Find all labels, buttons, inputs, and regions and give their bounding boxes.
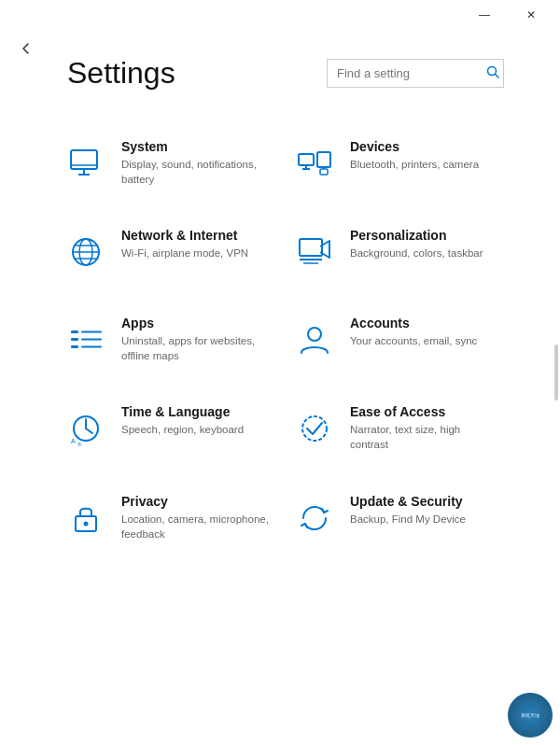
time-text: Time & Language Speech, region, keyboard (121, 404, 270, 437)
accounts-text: Accounts Your accounts, email, sync (350, 316, 498, 348)
titlebar: — ✕ (0, 0, 560, 30)
search-box[interactable] (327, 59, 504, 88)
apps-text: Apps Uninstall, apps for websites, offli… (121, 316, 270, 363)
devices-desc: Bluetooth, printers, camera (350, 157, 498, 172)
privacy-desc: Location, camera, microphone, feedback (121, 512, 270, 541)
personalization-desc: Background, colors, taskbar (350, 246, 498, 260)
settings-grid: System Display, sound, notifications, ba… (0, 109, 560, 562)
ease-text: Ease of Access Narrator, text size, high… (350, 404, 498, 452)
svg-line-1 (496, 75, 499, 78)
svg-rect-22 (71, 345, 78, 348)
time-icon: A あ (63, 406, 108, 451)
system-desc: Display, sound, notifications, battery (121, 157, 270, 187)
search-input[interactable] (337, 66, 486, 80)
update-icon (292, 496, 337, 541)
time-desc: Speech, region, keyboard (121, 422, 270, 437)
settings-item-ease[interactable]: Ease of Access Narrator, text size, high… (285, 384, 513, 472)
personalization-icon (292, 230, 337, 274)
personalization-text: Personalization Background, colors, task… (350, 228, 498, 260)
settings-item-system[interactable]: System Display, sound, notifications, ba… (56, 119, 285, 207)
watermark-text: 系统天地 (521, 712, 539, 718)
network-desc: Wi-Fi, airplane mode, VPN (121, 246, 270, 260)
update-name: Update & Security (350, 494, 498, 509)
personalization-name: Personalization (350, 228, 498, 243)
scrollbar[interactable] (554, 344, 558, 401)
svg-point-34 (84, 521, 89, 526)
privacy-text: Privacy Location, camera, microphone, fe… (121, 494, 270, 541)
settings-item-privacy[interactable]: Privacy Location, camera, microphone, fe… (56, 473, 285, 562)
settings-item-network[interactable]: Network & Internet Wi-Fi, airplane mode,… (56, 207, 285, 295)
svg-text:あ: あ (77, 441, 82, 446)
devices-text: Devices Bluetooth, printers, camera (350, 139, 498, 172)
header: Settings (0, 37, 560, 109)
watermark: 系统天地 (508, 693, 553, 738)
apps-desc: Uninstall, apps for websites, offline ma… (121, 333, 270, 363)
svg-point-32 (302, 416, 327, 441)
update-desc: Backup, Find My Device (350, 512, 498, 527)
privacy-name: Privacy (121, 494, 270, 509)
svg-text:A: A (71, 438, 76, 444)
svg-rect-21 (71, 338, 78, 341)
titlebar-controls: — ✕ (463, 2, 553, 28)
svg-point-26 (308, 328, 321, 341)
svg-rect-20 (71, 330, 78, 333)
svg-rect-6 (299, 154, 314, 165)
system-name: System (121, 139, 270, 154)
settings-item-update[interactable]: Update & Security Backup, Find My Device (285, 473, 513, 562)
accounts-name: Accounts (350, 316, 498, 330)
settings-item-time[interactable]: A あ Time & Language Speech, region, keyb… (56, 384, 285, 472)
close-button[interactable]: ✕ (510, 2, 553, 28)
svg-rect-10 (320, 169, 328, 175)
devices-icon (292, 141, 337, 186)
search-icon (486, 65, 499, 81)
svg-rect-7 (317, 152, 330, 167)
settings-item-apps[interactable]: Apps Uninstall, apps for websites, offli… (56, 295, 285, 384)
back-button[interactable] (11, 34, 41, 63)
minimize-button[interactable]: — (463, 2, 506, 28)
svg-rect-2 (71, 150, 97, 169)
apps-name: Apps (121, 316, 270, 330)
network-icon (63, 230, 108, 274)
apps-icon (63, 317, 108, 362)
settings-item-accounts[interactable]: Accounts Your accounts, email, sync (285, 295, 513, 384)
ease-desc: Narrator, text size, high contrast (350, 422, 498, 452)
network-name: Network & Internet (121, 228, 270, 243)
ease-name: Ease of Access (350, 404, 498, 419)
system-text: System Display, sound, notifications, ba… (121, 139, 270, 187)
devices-name: Devices (350, 139, 498, 154)
settings-item-personalization[interactable]: Personalization Background, colors, task… (285, 207, 513, 295)
time-name: Time & Language (121, 404, 270, 419)
back-icon (21, 43, 32, 54)
privacy-icon (63, 496, 108, 541)
accounts-icon (292, 317, 337, 362)
update-text: Update & Security Backup, Find My Device (350, 494, 498, 527)
settings-item-devices[interactable]: Devices Bluetooth, printers, camera (285, 119, 513, 207)
svg-rect-17 (300, 239, 322, 256)
network-text: Network & Internet Wi-Fi, airplane mode,… (121, 228, 270, 260)
page-title: Settings (67, 56, 175, 91)
system-icon (63, 141, 108, 186)
svg-line-29 (86, 429, 92, 433)
accounts-desc: Your accounts, email, sync (350, 333, 498, 348)
ease-icon (292, 406, 337, 451)
